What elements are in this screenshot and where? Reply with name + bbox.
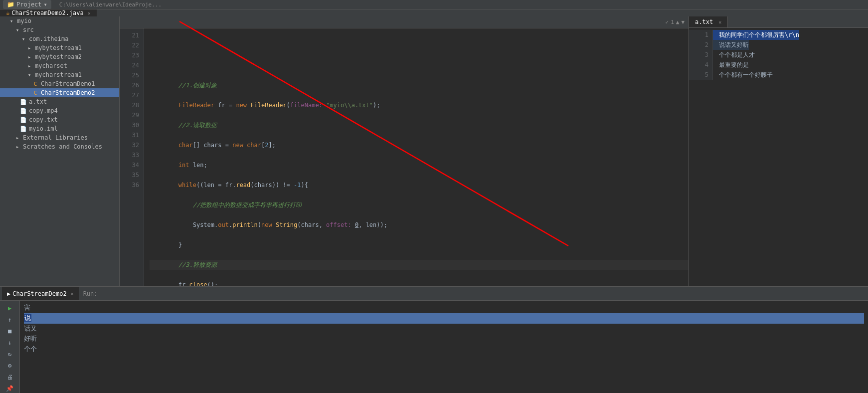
sidebar-label-atxt: a.txt [29, 98, 47, 105]
code-content[interactable]: //1.创建对象 FileReader fr = new FileReader(… [144, 28, 689, 286]
bottom-tab-bar: ▶ CharStreamDemo2 ✕ Run: [0, 287, 868, 301]
run-pin-button[interactable]: 📌 [3, 383, 17, 393]
java-file-icon: ☕ [6, 9, 9, 16]
txt-line-1: 1 我的同学们个个都很厉害\r\n [689, 30, 868, 40]
sidebar-item-charstreamdemo2[interactable]: C CharStreamDemo2 [0, 88, 119, 97]
run-rerun-button[interactable]: ↻ [3, 349, 17, 359]
project-icon: 📁 [7, 1, 14, 8]
nav-down-button[interactable]: ▼ [681, 19, 685, 25]
project-selector[interactable]: 📁 Project ▾ [3, 0, 51, 9]
code-line-26: char[] chars = new char[2]; [150, 140, 689, 150]
selected-char: 说 [24, 314, 31, 322]
txt-line-num-2: 2 [689, 40, 713, 50]
output-line-5: 个个 [24, 344, 864, 355]
txt-line-4: 4 最重要的是 [689, 60, 868, 70]
editor-toolbar: ✓ 1 ▲ ▼ [120, 16, 689, 28]
bottom-panel: ▶ CharStreamDemo2 ✕ Run: ▶ ↑ ■ ↓ ↻ ⚙ 🖨 📌… [0, 286, 868, 393]
folder-open-icon: ▾ [14, 27, 21, 33]
sidebar-item-mybytestream1[interactable]: ▸ mybytestream1 [0, 43, 119, 52]
run-play-button[interactable]: ▶ [3, 303, 17, 313]
sidebar-label-src: src [23, 26, 34, 33]
sidebar-label-myioiml: myio.iml [29, 125, 58, 132]
run-output: 害 说 话又 好听 个个 [20, 301, 868, 393]
txt-line-content-4: 最重要的是 [713, 60, 749, 70]
code-line-33: fr.close(); [150, 280, 689, 286]
right-tab-bar: a.txt ✕ [689, 16, 868, 28]
sidebar-label-mycharset: mycharset [35, 62, 67, 69]
bottom-layout: ▶ ↑ ■ ↓ ↻ ⚙ 🖨 📌 害 说 话又 好听 个个 [0, 301, 868, 393]
folder-open-icon: ▾ [26, 72, 33, 78]
right-tab-close[interactable]: ✕ [718, 19, 721, 25]
code-line-27: int len; [150, 160, 689, 170]
sidebar-label-copymp4: copy.mp4 [29, 107, 58, 114]
run-scroll-down-button[interactable]: ↓ [3, 337, 17, 348]
code-line-32: //3.释放资源 [150, 260, 689, 270]
sidebar-item-comitheima[interactable]: ▾ com.itheima [0, 34, 119, 43]
folder-icon: ▸ [26, 45, 33, 51]
run-tab-close[interactable]: ✕ [71, 291, 74, 296]
sidebar-item-charstreamdemo1[interactable]: C CharStreamDemo1 [0, 79, 119, 88]
folder-icon: ▸ [14, 144, 21, 150]
sidebar-label-external-libraries: External Libraries [23, 134, 88, 141]
folder-open-icon: ▾ [20, 36, 27, 42]
folder-icon: ▸ [14, 135, 21, 141]
txt-line-content-2: 说话又好听 [713, 40, 749, 50]
sidebar-item-scratches[interactable]: ▸ Scratches and Consoles [0, 142, 119, 151]
run-settings-button[interactable]: ⚙ [3, 360, 17, 371]
code-line-31: } [150, 240, 689, 250]
code-line-23: //1.创建对象 [150, 80, 689, 90]
sidebar-label-comitheima: com.itheima [29, 35, 68, 42]
right-panel-content: 1 我的同学们个个都很厉害\r\n 2 说话又好听 3 个个都是人才 4 最重要… [689, 28, 868, 286]
sidebar-item-mycharset[interactable]: ▸ mycharset [0, 61, 119, 70]
output-line-2: 说 [24, 313, 864, 324]
file-icon: 📄 [20, 99, 27, 105]
main-layout: ▾ myio ▾ src ▾ com.itheima ▸ mybytestrea… [0, 16, 868, 286]
sidebar-item-external-libraries[interactable]: ▸ External Libraries [0, 133, 119, 142]
sidebar-item-atxt[interactable]: 📄 a.txt [0, 97, 119, 106]
run-label: Run: [83, 290, 98, 297]
top-bar: 📁 Project ▾ C:\Users\alienware\IdeaProje… [0, 0, 868, 9]
code-line-30: System.out.println(new String(chars, off… [150, 220, 689, 230]
editor-tab-label: CharStreamDemo2.java [11, 9, 84, 16]
sidebar-item-src[interactable]: ▾ src [0, 25, 119, 34]
line-numbers: 21 22 23 24 25 26 27 28 29 30 31 32 33 3… [120, 28, 144, 286]
sidebar-label-copytxt: copy.txt [29, 116, 58, 123]
nav-up-button[interactable]: ▲ [676, 19, 680, 25]
sidebar-item-myioiml[interactable]: 📄 myio.iml [0, 124, 119, 133]
project-label: Project [16, 1, 42, 8]
right-panel: a.txt ✕ 1 我的同学们个个都很厉害\r\n 2 说话又好听 3 个个都是… [689, 16, 868, 286]
checkmark-icon: ✓ [666, 19, 669, 25]
code-line-22 [150, 60, 689, 70]
run-scroll-up-button[interactable]: ↑ [3, 314, 17, 325]
sidebar-item-copytxt[interactable]: 📄 copy.txt [0, 115, 119, 124]
code-editor[interactable]: ✓ 1 ▲ ▼ 21 22 23 24 25 26 27 28 29 30 31 [120, 16, 689, 286]
run-icon: ▶ [7, 290, 10, 297]
code-line-25: //2.读取数据 [150, 120, 689, 130]
txt-line-num-3: 3 [689, 50, 713, 60]
output-line-4: 好听 [24, 334, 864, 344]
run-stop-button[interactable]: ■ [3, 326, 17, 336]
output-line-3: 话又 [24, 324, 864, 334]
txt-line-2: 2 说话又好听 [689, 40, 868, 50]
txt-line-content-3: 个个都是人才 [713, 50, 755, 60]
sidebar-label-mycharstream1: mycharstream1 [35, 71, 82, 78]
sidebar-item-mybytestream2[interactable]: ▸ mybytestream2 [0, 52, 119, 61]
editor-tab-charstream[interactable]: ☕ CharStreamDemo2.java ✕ [0, 9, 97, 16]
sidebar-item-myio[interactable]: ▾ myio [0, 16, 119, 25]
sidebar: ▾ myio ▾ src ▾ com.itheima ▸ mybytestrea… [0, 16, 120, 286]
bottom-tab-run[interactable]: ▶ CharStreamDemo2 ✕ [2, 287, 79, 300]
sidebar-item-copymp4[interactable]: 📄 copy.mp4 [0, 106, 119, 115]
right-tab-atxt[interactable]: a.txt ✕ [689, 16, 728, 27]
txt-line-5: 5 个个都有一个好腰子 [689, 70, 868, 80]
txt-line-num-5: 5 [689, 70, 713, 80]
sidebar-label-charstreamdemo1: CharStreamDemo1 [41, 80, 95, 87]
editor-tab-close[interactable]: ✕ [88, 10, 91, 16]
run-print-button[interactable]: 🖨 [3, 372, 17, 382]
run-tab-label: CharStreamDemo2 [12, 290, 66, 297]
code-line-29: //把数组中的数据变成字符串再进行打印 [150, 200, 689, 210]
sidebar-item-mycharstream1[interactable]: ▾ mycharstream1 [0, 70, 119, 79]
folder-icon: ▸ [26, 54, 33, 60]
match-count: 1 [671, 19, 674, 25]
app: 📁 Project ▾ C:\Users\alienware\IdeaProje… [0, 0, 868, 393]
right-tab-label: a.txt [695, 18, 713, 25]
